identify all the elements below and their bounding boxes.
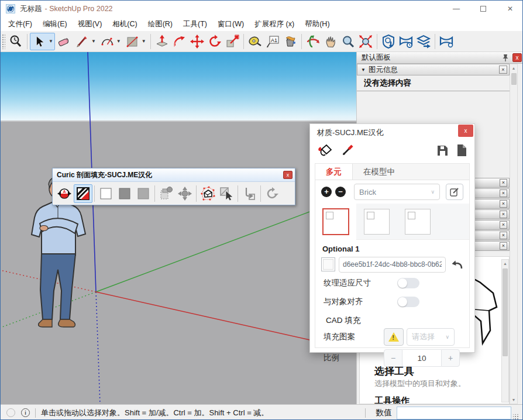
default-panel-header[interactable]: 默认面板 x: [357, 52, 523, 64]
add-material-button[interactable]: +: [321, 187, 332, 197]
menu-camera[interactable]: 相机(C): [107, 18, 142, 31]
material-swatch[interactable]: [321, 257, 335, 271]
curic-select-object-button[interactable]: [198, 184, 217, 203]
menu-draw[interactable]: 绘图(R): [143, 18, 178, 31]
minimize-button[interactable]: —: [443, 1, 470, 17]
scrollbar-thumb[interactable]: [503, 268, 508, 356]
toolbar-drag-handle[interactable]: [2, 34, 5, 49]
line-dropdown-caret[interactable]: ▼: [91, 39, 96, 44]
panel-close-button[interactable]: ×: [500, 200, 507, 208]
tab-in-model[interactable]: 在模型中: [353, 164, 405, 180]
zoom-orbit-button[interactable]: [339, 33, 357, 50]
panel-close-button[interactable]: ×: [500, 190, 507, 197]
panel-close-button[interactable]: ×: [500, 211, 507, 218]
followme-tool-button[interactable]: [171, 33, 188, 50]
select-tool-button[interactable]: ▼: [30, 33, 55, 50]
extension-shield-button[interactable]: [380, 33, 397, 50]
arc-tool-button[interactable]: ▼: [98, 33, 123, 50]
line-tool-button[interactable]: ▼: [73, 33, 98, 50]
zoom-tool-button[interactable]: [7, 33, 25, 50]
entity-info-close-button[interactable]: ×: [499, 66, 507, 74]
curic-swap-button[interactable]: [240, 184, 259, 203]
menu-window[interactable]: 窗口(W): [212, 18, 249, 31]
entity-info-header[interactable]: ▼ 图元信息 ×: [357, 64, 510, 75]
rectangle-dropdown-caret[interactable]: ▼: [142, 39, 146, 44]
menu-edit[interactable]: 编辑(E): [37, 18, 73, 31]
materials-close-button[interactable]: x: [458, 125, 473, 137]
curic-toolbar-titlebar[interactable]: Curic 剖面填充-SUCJ.ME汉化 x: [53, 168, 295, 182]
scroll-up-icon[interactable]: ▲: [512, 64, 516, 72]
text-tool-button[interactable]: A1: [264, 33, 281, 50]
resize-grip[interactable]: [513, 414, 519, 420]
scroll-up-icon[interactable]: ▲: [503, 260, 507, 267]
panel-close-button[interactable]: ×: [500, 221, 507, 229]
material-dropdown[interactable]: Brick ∨: [354, 184, 440, 200]
new-document-icon[interactable]: [456, 144, 467, 157]
close-button[interactable]: ✕: [497, 1, 523, 17]
tape-measure-button[interactable]: [246, 33, 264, 50]
panel-close-button[interactable]: ×: [500, 179, 507, 187]
rectangle-tool-button[interactable]: ▼: [123, 33, 148, 50]
pattern-dropdown[interactable]: 请选择 ∨: [407, 328, 455, 346]
variant-thumbnail-2[interactable]: [356, 204, 397, 240]
menu-help[interactable]: 帮助(H): [300, 18, 335, 31]
curic-close-button[interactable]: x: [283, 171, 293, 179]
variant-thumbnail-1[interactable]: [315, 204, 356, 240]
remove-material-button[interactable]: −: [335, 187, 346, 197]
curic-fill-pattern-button[interactable]: [74, 184, 92, 203]
texture-fit-toggle[interactable]: [397, 278, 419, 288]
curic-section-symbol-button[interactable]: A: [55, 184, 74, 203]
menu-tools[interactable]: 工具(T): [178, 18, 212, 31]
maximize-button[interactable]: [470, 1, 497, 17]
scale-tool-button[interactable]: [223, 33, 241, 50]
scale-increase-button[interactable]: +: [441, 349, 460, 367]
move-tool-button[interactable]: [188, 33, 206, 50]
paint-bucket-icon[interactable]: [317, 143, 332, 157]
tab-multi[interactable]: 多元: [315, 164, 353, 180]
curic-section-plane-button[interactable]: [157, 184, 176, 203]
curic-white-fill-button[interactable]: [97, 184, 115, 203]
panel-close-button[interactable]: ×: [500, 242, 507, 250]
extension-flip2-button[interactable]: [438, 33, 455, 50]
curic-dark-gray-fill-button[interactable]: [115, 184, 134, 203]
eraser-tool-button[interactable]: [55, 33, 73, 50]
pattern-warning-button[interactable]: !: [384, 328, 404, 346]
default-panel-close-button[interactable]: x: [512, 53, 522, 62]
scroll-down-icon[interactable]: ▼: [512, 396, 516, 404]
materials-dialog-titlebar[interactable]: 材质-SUCJ.ME汉化 x: [310, 124, 474, 141]
arc-dropdown-caret[interactable]: ▼: [116, 39, 121, 44]
menu-file[interactable]: 文件(F): [3, 18, 37, 31]
curic-pick-face-button[interactable]: [217, 184, 236, 203]
panel-close-button[interactable]: ×: [500, 232, 507, 239]
select-dropdown-caret[interactable]: ▼: [49, 39, 53, 44]
pushpull-tool-button[interactable]: [153, 33, 171, 50]
measurement-input[interactable]: [397, 407, 511, 419]
zoom-extents-button[interactable]: [357, 33, 374, 50]
modeling-viewport[interactable]: Curic 剖面填充-SUCJ.ME汉化 x A: [1, 52, 356, 404]
pan-tool-button[interactable]: [322, 33, 339, 50]
edit-material-button[interactable]: [446, 184, 463, 200]
pin-icon[interactable]: [502, 54, 509, 62]
extension-layers-button[interactable]: [415, 33, 432, 50]
rotate-tool-button[interactable]: [206, 33, 223, 50]
curic-gray-fill-button[interactable]: [134, 184, 153, 203]
variant-thumbnail-3[interactable]: [397, 204, 438, 240]
undo-icon[interactable]: [450, 259, 463, 270]
menu-view[interactable]: 视图(V): [73, 18, 108, 31]
extension-flip-button[interactable]: [397, 33, 415, 50]
eyedropper-icon[interactable]: [340, 143, 355, 157]
panel-scrollbar[interactable]: ▲ ▼: [510, 64, 518, 404]
menu-extensions[interactable]: 扩展程序 (x): [249, 18, 300, 31]
scale-decrease-button[interactable]: −: [384, 349, 402, 367]
instructor-scrollbar[interactable]: ▲: [501, 259, 509, 402]
guid-input[interactable]: [339, 257, 446, 273]
save-icon[interactable]: [436, 144, 449, 157]
collapse-arrow-icon[interactable]: ▼: [361, 67, 366, 73]
info-icon[interactable]: i: [21, 408, 30, 417]
paint-bucket-button[interactable]: [281, 33, 299, 50]
curic-move-fill-button[interactable]: [176, 184, 194, 203]
scale-value[interactable]: 10: [402, 349, 441, 367]
orbit-tool-button[interactable]: [304, 33, 322, 50]
geolocation-icon[interactable]: [6, 408, 15, 417]
curic-refresh-button[interactable]: [263, 184, 281, 203]
